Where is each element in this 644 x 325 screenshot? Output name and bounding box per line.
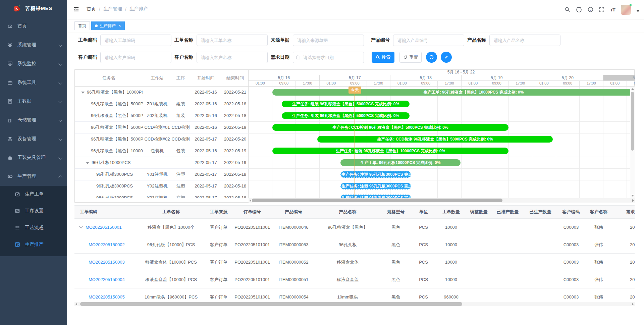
menu-label: 系统管理 (17, 42, 36, 48)
scrollbar-thumb[interactable] (631, 92, 634, 151)
avatar[interactable] (621, 5, 631, 15)
sidebar-item-equipment[interactable]: 设备管理 (0, 129, 67, 148)
work-order-link[interactable]: MO202205150003 (89, 260, 125, 265)
sidebar-collapse-button[interactable] (73, 6, 79, 14)
gantt-bar[interactable]: 生产任务: 包装 96孔移液盒【黑色】10000PCS 完成比例: 0% (272, 148, 508, 154)
table-horizontal-scrollbar[interactable] (74, 302, 635, 306)
sidebar-item-system-mgmt[interactable]: 系统管理 (0, 36, 67, 54)
orders-col-header: 产品编号 (272, 206, 315, 219)
svg-text:?: ? (590, 8, 591, 11)
work-order-link[interactable]: MO202205150002 (89, 242, 125, 247)
gantt-panel: 任务名 工作站 工序 开始时间 结束时间 96孔移液盒【黑色】10000PCS2… (74, 69, 635, 203)
work-order-code-input[interactable] (100, 35, 171, 46)
scrollbar-thumb[interactable] (252, 199, 502, 202)
product-code-input[interactable] (393, 35, 464, 46)
orders-col-header: 工单来源 (205, 206, 232, 219)
gantt-horizontal-scrollbar[interactable] (249, 198, 635, 203)
sidebar-item-home[interactable]: 首页 (0, 17, 67, 36)
task-name: 96孔移液盒【黑色】10000PCS (87, 90, 143, 95)
breadcrumb-home[interactable]: 首页 (87, 6, 96, 12)
process-cell: CCD检测 (171, 133, 190, 145)
gantt-bar[interactable]: 生产任务: 组装 96孔移液盒【黑色】5000PCS 完成比例: 0% (282, 112, 410, 119)
scroll-left-arrow-icon[interactable] (250, 199, 251, 202)
orders-cell: PO202205101001 (232, 219, 272, 236)
gantt-bar[interactable]: 生产工单: 96孔移液盒【黑色】10000PCS 完成比例: 0% (272, 89, 630, 96)
orders-cell: 客户订单 (205, 236, 232, 254)
font-size-icon[interactable]: тT (610, 7, 615, 12)
orders-cell (524, 219, 557, 236)
breadcrumb-production[interactable]: 生产管理 (103, 6, 122, 12)
sidebar-item-system-tools[interactable]: 系统工具 (0, 73, 67, 92)
sidebar-item-master-data[interactable]: 主数据 (0, 92, 67, 111)
gantt-bar-label: 生产任务: 注塑 96孔孔板3000PCS 完成比例: 0% (341, 195, 411, 199)
orders-cell (466, 271, 491, 288)
product-name-input[interactable] (489, 35, 560, 46)
reset-button[interactable]: 重置 (399, 52, 422, 63)
tab-home[interactable]: 首页 (74, 21, 90, 30)
refresh-button[interactable] (426, 52, 437, 63)
gantt-bar[interactable]: 生产任务: CCD检测 96孔移液盒【黑色】5000PCS 完成比例: 0% (272, 124, 508, 131)
tab-scheduling[interactable]: 生产排产 × (91, 21, 125, 30)
fullscreen-icon[interactable] (599, 7, 604, 12)
gantt-bar[interactable]: 生产任务: 注塑 96孔孔板3000PCS 完成比例: 0% (340, 195, 411, 198)
gantt-task-list: 96孔移液盒【黑色】10000PCS2022-05-162022-05-2196… (75, 87, 249, 198)
collapse-triangle-icon[interactable] (81, 92, 85, 94)
search-icon[interactable] (565, 7, 570, 12)
gantt-hour-cell: 01:00 (532, 81, 556, 86)
work-order-link[interactable]: MO202205150001 (86, 225, 122, 230)
orders-col-header: 规格型号 (381, 206, 411, 219)
edit-button[interactable] (441, 52, 452, 63)
breadcrumb: 首页 / 生产管理 / 生产排产 (87, 6, 148, 12)
sidebar-item-work-order[interactable]: 生产工单 (0, 186, 67, 203)
scrollbar-thumb[interactable] (80, 302, 462, 306)
work-order-link[interactable]: MO202205150004 (89, 277, 125, 282)
scroll-right-arrow-icon[interactable] (632, 199, 634, 202)
demand-date-input[interactable] (293, 52, 364, 63)
caret-down-icon[interactable] (637, 10, 639, 12)
github-icon[interactable] (576, 7, 582, 13)
orders-col-header: 客户编码 (557, 206, 585, 219)
collapse-triangle-icon[interactable] (86, 162, 89, 164)
filter-work-order-code: 工单编码 (78, 35, 171, 46)
orders-col-header: 工单编码 (74, 206, 137, 219)
scroll-left-arrow-icon[interactable] (75, 303, 77, 306)
sidebar-item-scheduling[interactable]: 生产排产 (0, 236, 67, 253)
customer-name-input[interactable] (197, 52, 268, 63)
sidebar-item-process-setting[interactable]: 工序设置 (0, 203, 67, 219)
reset-button-label: 重置 (409, 54, 418, 60)
orders-cell: 移液盒【黑色】10000个 (137, 219, 205, 236)
task-name-cell: 96孔孔板3000PCS (75, 169, 143, 180)
sidebar-item-system-monitor[interactable]: 系统监控 (0, 54, 67, 73)
gantt-bar[interactable]: 生产任务: 注塑 96孔孔板3000PCS 完成比例: 0% (340, 171, 411, 178)
gantt-bar[interactable]: 生产任务: CCD检测 96孔移液盒【黑色】5000PCS 完成比例: 0% (317, 136, 553, 143)
task-name-cell: 96孔移液盒【黑色】10000PCS (75, 145, 143, 157)
end-time-cell: 2022-05-20 (222, 133, 249, 145)
task-name: 96孔孔板10000PCS (92, 160, 130, 165)
gantt-bar[interactable]: 生产工单: 96孔孔板10000PCS 完成比例: 0% (340, 159, 461, 166)
sidebar-item-fixture[interactable]: 工装夹具管理 (0, 148, 67, 167)
source-doc-input[interactable] (293, 35, 364, 46)
scroll-up-arrow-icon[interactable] (631, 88, 634, 90)
work-order-name-input[interactable] (197, 35, 268, 46)
customer-code-input[interactable] (100, 52, 171, 63)
sidebar-item-warehouse[interactable]: 仓储管理 (0, 111, 67, 129)
sidebar-item-production[interactable]: 生产管理 (0, 167, 67, 186)
scroll-right-arrow-icon[interactable] (632, 303, 634, 306)
flow-icon (15, 225, 20, 230)
workstation-cell: Z01组装机 (143, 98, 171, 110)
gantt-bar[interactable]: 生产任务: 组装 96孔移液盒【黑色】5000PCS 完成比例: 0% (282, 101, 410, 107)
help-icon[interactable]: ? (588, 7, 593, 12)
gantt-vertical-scrollbar[interactable] (630, 87, 635, 198)
work-order-link[interactable]: MO202205150005 (89, 294, 125, 300)
breadcrumb-scheduling[interactable]: 生产排产 (129, 6, 148, 12)
chevron-down-icon[interactable] (79, 224, 83, 228)
scroll-down-arrow-icon[interactable] (631, 195, 634, 197)
sidebar-item-process-flow[interactable]: 工艺流程 (0, 219, 67, 236)
orders-col-header: 调整数量 (466, 206, 491, 219)
today-line: 今天 (355, 87, 355, 198)
close-icon[interactable]: × (118, 22, 121, 30)
end-time-cell: 2022-05-18 (222, 180, 249, 192)
orders-table-panel: 工单编码工单名称工单来源订单编号产品编号产品名称规格型号单位工单数量调整数量已排… (74, 205, 635, 309)
search-button[interactable]: 搜索 (372, 52, 394, 63)
gantt-bar[interactable]: 生产任务: 注塑 96孔孔板3000PCS 完成比例: 0% (340, 183, 411, 189)
